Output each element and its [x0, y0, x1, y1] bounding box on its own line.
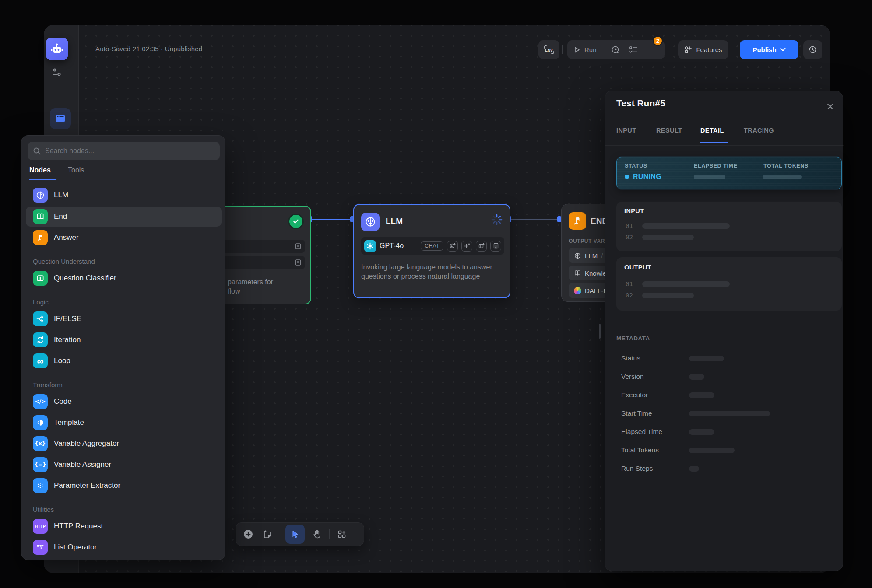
list-operator-icon — [33, 540, 48, 555]
if-else-icon — [33, 312, 48, 326]
robot-icon — [50, 42, 64, 56]
vision-capability-icon — [447, 241, 458, 252]
node-item-question-classifier[interactable]: Question Classifier — [26, 268, 222, 288]
meta-label-status: Status — [621, 354, 640, 362]
search-placeholder: Search nodes... — [45, 147, 94, 155]
input-row-skeleton — [642, 234, 694, 240]
rail-item-blocks[interactable] — [50, 108, 71, 129]
checklist-icon — [629, 46, 638, 54]
meta-label-version: Version — [621, 373, 644, 381]
tab-underline — [29, 179, 56, 180]
node-item-loop[interactable]: ∞ Loop — [26, 351, 222, 371]
start-field-row[interactable] — [220, 256, 305, 269]
app-logo[interactable] — [46, 38, 68, 60]
output-row-number: 02 — [626, 292, 633, 299]
success-check-icon — [289, 215, 302, 228]
meta-label-elapsed-time: Elapsed Time — [621, 428, 662, 436]
features-icon — [684, 46, 692, 54]
output-row-skeleton — [642, 293, 694, 298]
end-flag-icon — [569, 212, 586, 230]
input-row-number: 02 — [626, 234, 633, 241]
node-item-iteration[interactable]: Iteration — [26, 330, 222, 350]
tab-tools[interactable]: Tools — [68, 166, 84, 174]
chat-mode-badge: CHAT — [421, 241, 443, 251]
model-selector[interactable]: GPT-4o CHAT — [361, 237, 504, 255]
panel-resize-handle[interactable] — [599, 324, 601, 339]
start-field-row[interactable] — [220, 240, 305, 253]
llm-brain-icon — [361, 213, 380, 231]
hand-mode-button[interactable] — [310, 527, 324, 541]
tab-input[interactable]: INPUT — [616, 127, 636, 134]
window-icon — [55, 113, 66, 124]
answer-flag-icon — [33, 230, 48, 245]
node-item-if-else[interactable]: IF/ELSE — [26, 309, 222, 329]
note-icon — [263, 529, 272, 539]
add-note-button[interactable] — [260, 527, 274, 541]
tab-nodes[interactable]: Nodes — [29, 166, 51, 174]
toolbar-divider — [329, 529, 330, 539]
end-input-port[interactable] — [557, 216, 561, 222]
elapsed-time-skeleton — [694, 175, 725, 179]
field-type-icon — [295, 243, 302, 250]
node-item-answer[interactable]: Answer — [26, 228, 222, 248]
version-history-button[interactable] — [803, 40, 822, 59]
template-icon — [33, 415, 48, 430]
code-icon: </> — [33, 394, 48, 409]
node-item-variable-assigner[interactable]: {=} Variable Assigner — [26, 455, 222, 475]
llm-node-description: Invoking large language models to answer… — [361, 262, 504, 281]
detail-tab-underline — [700, 142, 728, 143]
node-item-end[interactable]: End — [26, 206, 222, 227]
llm-node[interactable]: LLM — [353, 204, 510, 298]
variable-assigner-icon: {=} — [33, 457, 48, 472]
canvas-toolbar — [236, 522, 364, 546]
run-button[interactable]: Run — [573, 46, 597, 53]
tab-detail[interactable]: DETAIL — [700, 127, 724, 134]
total-tokens-label: TOTAL TOKENS — [763, 163, 809, 169]
search-input[interactable]: Search nodes... — [28, 142, 220, 160]
run-panel-title: Test Run#5 — [616, 98, 665, 108]
features-button[interactable]: Features — [678, 40, 728, 59]
input-row-skeleton — [642, 223, 730, 229]
tab-tracing[interactable]: TRACING — [744, 127, 774, 134]
checklist-badge: 2 — [653, 36, 663, 46]
status-card: STATUS ELAPSED TIME TOTAL TOKENS RUNING — [616, 157, 842, 189]
run-history-button[interactable] — [611, 46, 620, 54]
env-variables-button[interactable]: ENV — [538, 40, 559, 59]
node-item-template[interactable]: Template — [26, 413, 222, 433]
tab-result[interactable]: RESULT — [656, 127, 682, 134]
env-icon: ENV — [543, 45, 555, 55]
variable-aggregator-icon: {x} — [33, 436, 48, 451]
llm-icon — [33, 188, 48, 203]
toolbar-divider — [280, 529, 280, 539]
knowledge-book-icon — [574, 270, 581, 277]
total-tokens-skeleton — [763, 175, 802, 179]
play-icon — [573, 46, 580, 53]
close-button[interactable] — [825, 102, 835, 111]
hand-icon — [312, 529, 322, 539]
cursor-icon — [290, 529, 300, 539]
meta-label-start-time: Start Time — [621, 410, 652, 417]
add-node-button[interactable] — [241, 527, 255, 541]
iteration-icon — [33, 332, 48, 347]
parameter-extractor-icon — [33, 478, 48, 493]
input-card: INPUT 01 02 — [616, 202, 842, 251]
organize-layout-button[interactable] — [335, 527, 349, 541]
output-row-number: 01 — [626, 280, 633, 287]
publish-button[interactable]: Publish — [740, 40, 798, 59]
node-item-variable-aggregator[interactable]: {x} Variable Aggregator — [26, 434, 222, 454]
node-item-list-operator[interactable]: List Operator — [26, 537, 222, 557]
autosave-status: Auto-Saved 21:02:35 · Unpublished — [95, 45, 202, 52]
node-item-llm[interactable]: LLM — [26, 185, 222, 205]
audio-capability-icon — [461, 241, 472, 252]
spinner-icon — [491, 214, 503, 228]
node-item-code[interactable]: </> Code — [26, 392, 222, 412]
pointer-mode-button[interactable] — [285, 525, 305, 544]
workflow-settings-icon[interactable] — [51, 66, 63, 78]
history-icon — [808, 45, 817, 54]
checklist-button[interactable] — [629, 46, 638, 54]
meta-skeleton — [689, 356, 724, 361]
node-item-http-request[interactable]: HTTP HTTP Request — [26, 516, 222, 536]
end-icon — [33, 209, 48, 224]
node-item-parameter-extractor[interactable]: Parameter Extractor — [26, 476, 222, 496]
llm-node-title: LLM — [386, 217, 403, 226]
